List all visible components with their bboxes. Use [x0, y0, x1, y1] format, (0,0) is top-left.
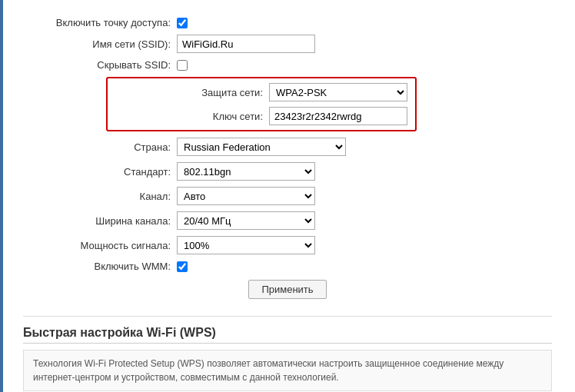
ssid-label: Имя сети (SSID):	[23, 38, 177, 50]
signal-label: Мощность сигнала:	[23, 240, 177, 251]
enable-ap-row: Включить точку доступа:	[23, 17, 552, 28]
main-apply-row: Применить	[23, 280, 552, 299]
left-bar	[0, 0, 3, 392]
channel-select[interactable]: Авто 123	[177, 187, 315, 205]
wps-section: Быстрая настройка Wi-Fi (WPS) Технология…	[23, 326, 552, 392]
bandwidth-select[interactable]: 20/40 МГц 20 МГц	[177, 211, 315, 230]
security-label: Защита сети:	[115, 87, 269, 98]
hide-ssid-row: Скрывать SSID:	[23, 59, 552, 71]
key-label: Ключ сети:	[115, 111, 269, 122]
standard-select[interactable]: 802.11bgn 802.11bg 802.11n	[177, 162, 315, 181]
ssid-row: Имя сети (SSID):	[23, 35, 552, 53]
security-key-highlighted: Защита сети: WPA2-PSK WPA-PSK WEP None К…	[106, 77, 417, 131]
page-wrapper: Включить точку доступа: Имя сети (SSID):…	[0, 0, 575, 392]
country-select[interactable]: Russian Federation	[177, 138, 346, 156]
channel-label: Канал:	[23, 191, 177, 202]
main-apply-button[interactable]: Применить	[248, 280, 326, 299]
security-row: Защита сети: WPA2-PSK WPA-PSK WEP None	[115, 83, 407, 101]
section-divider	[23, 316, 552, 317]
wmm-label: Включить WMM:	[23, 261, 177, 272]
ssid-input[interactable]	[177, 35, 315, 53]
security-select[interactable]: WPA2-PSK WPA-PSK WEP None	[269, 83, 407, 101]
hide-ssid-checkbox[interactable]	[177, 60, 188, 71]
wps-title: Быстрая настройка Wi-Fi (WPS)	[23, 326, 552, 344]
country-label: Страна:	[23, 141, 177, 153]
wmm-checkbox[interactable]	[177, 261, 188, 272]
standard-row: Стандарт: 802.11bgn 802.11bg 802.11n	[23, 162, 552, 181]
wps-description: Технология Wi-Fi Protected Setup (WPS) п…	[23, 350, 552, 391]
enable-ap-checkbox[interactable]	[177, 18, 188, 28]
key-input[interactable]	[269, 107, 407, 125]
country-row: Страна: Russian Federation	[23, 138, 552, 156]
wifi-form-section: Включить точку доступа: Имя сети (SSID):…	[23, 9, 552, 307]
bandwidth-row: Ширина канала: 20/40 МГц 20 МГц	[23, 211, 552, 230]
signal-select[interactable]: 100% 75% 50% 25%	[177, 236, 315, 254]
signal-row: Мощность сигнала: 100% 75% 50% 25%	[23, 236, 552, 254]
standard-label: Стандарт:	[23, 166, 177, 178]
enable-ap-label: Включить точку доступа:	[23, 17, 177, 28]
hide-ssid-label: Скрывать SSID:	[23, 59, 177, 71]
wmm-row: Включить WMM:	[23, 261, 552, 272]
channel-row: Канал: Авто 123	[23, 187, 552, 205]
key-row: Ключ сети:	[115, 107, 407, 125]
bandwidth-label: Ширина канала:	[23, 215, 177, 227]
content-area: Включить точку доступа: Имя сети (SSID):…	[0, 0, 575, 392]
